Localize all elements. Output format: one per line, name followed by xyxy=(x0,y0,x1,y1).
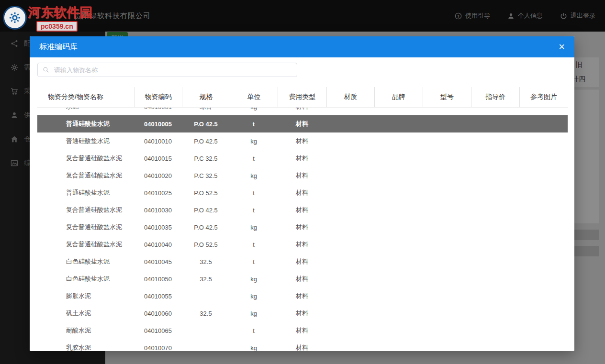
reference-image-cell xyxy=(519,339,568,352)
model-cell xyxy=(423,270,471,287)
spec-cell: P.O 52.5 xyxy=(182,236,230,253)
unit-cell: t xyxy=(230,184,278,201)
material-code-cell: 04010020 xyxy=(134,167,182,184)
search-input[interactable] xyxy=(53,66,297,74)
header-model: 型号 xyxy=(423,87,471,107)
material-name-cell: 复合普通硅酸盐水泥 xyxy=(37,219,134,236)
material-name-cell: 白色硅酸盐水泥 xyxy=(37,270,134,287)
unit-cell: t xyxy=(230,236,278,253)
close-icon[interactable]: × xyxy=(556,42,568,52)
table-row[interactable]: 白色硅酸盐水泥0401004532.5t材料 xyxy=(37,253,568,270)
table-row[interactable]: 乳胶水泥04010070kg材料 xyxy=(37,339,568,352)
table-row[interactable]: 矾土水泥0401006032.5kg材料 xyxy=(37,305,568,322)
brand-cell xyxy=(374,253,423,270)
material-name-cell: 普通硅酸盐水泥 xyxy=(37,184,134,201)
guide-price-cell xyxy=(471,287,519,305)
material-quality-cell xyxy=(326,236,374,253)
table-scroll-viewport[interactable]: 水泥04010001综合kg材料普通硅酸盐水泥04010005P.O 42.5t… xyxy=(37,108,568,352)
spec-cell xyxy=(182,322,230,339)
material-name-cell: 普通硅酸盐水泥 xyxy=(37,115,134,132)
table-row[interactable]: 水泥04010001综合kg材料 xyxy=(37,108,568,115)
cost-type-cell: 材料 xyxy=(278,339,326,352)
model-cell xyxy=(423,287,471,305)
table-row[interactable]: 耐酸水泥04010065t材料 xyxy=(37,322,568,339)
reference-image-cell xyxy=(519,184,568,201)
reference-image-cell xyxy=(519,108,568,115)
brand-cell xyxy=(374,287,423,305)
reference-image-cell xyxy=(519,201,568,219)
spec-cell: P.C 32.5 xyxy=(182,167,230,184)
brand-cell xyxy=(374,322,423,339)
guide-price-cell xyxy=(471,167,519,184)
material-quality-cell xyxy=(326,184,374,201)
table-row[interactable]: 复合普通硅酸盐水泥04010040P.O 52.5t材料 xyxy=(37,236,568,253)
table-row[interactable]: 复合普通硅酸盐水泥04010030P.O 42.5t材料 xyxy=(37,201,568,219)
model-cell xyxy=(423,201,471,219)
material-quality-cell xyxy=(326,150,374,167)
cost-type-cell: 材料 xyxy=(278,253,326,270)
model-cell xyxy=(423,219,471,236)
reference-image-cell xyxy=(519,115,568,132)
brand-cell xyxy=(374,339,423,352)
header-material-quality: 材质 xyxy=(326,87,374,107)
brand-cell xyxy=(374,115,423,132)
cost-type-cell: 材料 xyxy=(278,150,326,167)
material-name-cell: 膨胀水泥 xyxy=(37,287,134,305)
reference-image-cell xyxy=(519,132,568,150)
material-name-cell: 耐酸水泥 xyxy=(37,322,134,339)
table-row[interactable]: 复合普通硅酸盐水泥04010035P.O 42.5kg材料 xyxy=(37,219,568,236)
cost-type-cell: 材料 xyxy=(278,108,326,115)
unit-cell: kg xyxy=(230,167,278,184)
model-cell xyxy=(423,339,471,352)
reference-image-cell xyxy=(519,253,568,270)
material-quality-cell xyxy=(326,108,374,115)
table-row[interactable]: 普通硅酸盐水泥04010010P.O 42.5kg材料 xyxy=(37,132,568,150)
model-cell xyxy=(423,115,471,132)
model-cell xyxy=(423,305,471,322)
unit-cell: kg xyxy=(230,108,278,115)
table-row[interactable]: 白色硅酸盐水泥0401005032.5kg材料 xyxy=(37,270,568,287)
reference-image-cell xyxy=(519,219,568,236)
brand-cell xyxy=(374,167,423,184)
material-name-cell: 乳胶水泥 xyxy=(37,339,134,352)
material-name-cell: 白色硅酸盐水泥 xyxy=(37,253,134,270)
brand-cell xyxy=(374,219,423,236)
spec-cell xyxy=(182,339,230,352)
reference-image-cell xyxy=(519,287,568,305)
table-row[interactable]: 复合普通硅酸盐水泥04010015P.C 32.5t材料 xyxy=(37,150,568,167)
material-name-cell: 矾土水泥 xyxy=(37,305,134,322)
cost-type-cell: 材料 xyxy=(278,219,326,236)
material-code-cell: 04010015 xyxy=(134,150,182,167)
unit-cell: t xyxy=(230,150,278,167)
material-quality-cell xyxy=(326,305,374,322)
table-row[interactable]: 膨胀水泥04010055kg材料 xyxy=(37,287,568,305)
guide-price-cell xyxy=(471,108,519,115)
model-cell xyxy=(423,253,471,270)
material-name-cell: 复合普通硅酸盐水泥 xyxy=(37,201,134,219)
spec-cell: P.O 42.5 xyxy=(182,115,230,132)
brand-cell xyxy=(374,132,423,150)
table-row[interactable]: 普通硅酸盐水泥04010025P.O 52.5t材料 xyxy=(37,184,568,201)
table-row[interactable]: 复合普通硅酸盐水泥04010020P.C 32.5kg材料 xyxy=(37,167,568,184)
unit-cell: t xyxy=(230,201,278,219)
header-spec: 规格 xyxy=(182,87,230,107)
search-box xyxy=(37,63,297,77)
table-row[interactable]: 普通硅酸盐水泥04010005P.O 42.5t材料 xyxy=(37,115,568,132)
unit-cell: t xyxy=(230,253,278,270)
header-material-name: 物资分类/物资名称 xyxy=(37,87,134,107)
guide-price-cell xyxy=(471,132,519,150)
guide-price-cell xyxy=(471,305,519,322)
cost-type-cell: 材料 xyxy=(278,287,326,305)
header-unit: 单位 xyxy=(230,87,278,107)
model-cell xyxy=(423,236,471,253)
header-brand: 品牌 xyxy=(374,87,423,107)
reference-image-cell xyxy=(519,236,568,253)
material-code-cell: 04010025 xyxy=(134,184,182,201)
modal-header: 标准编码库 × xyxy=(30,36,574,57)
material-quality-cell xyxy=(326,167,374,184)
material-code-cell: 04010040 xyxy=(134,236,182,253)
brand-cell xyxy=(374,108,423,115)
model-cell xyxy=(423,150,471,167)
table-header-row: 物资分类/物资名称物资编码规格单位费用类型材质品牌型号指导价参考图片 xyxy=(37,87,568,108)
guide-price-cell xyxy=(471,150,519,167)
